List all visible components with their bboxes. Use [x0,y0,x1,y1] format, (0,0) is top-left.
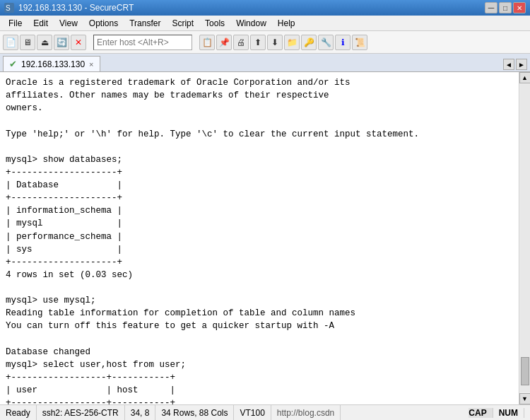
download-button[interactable]: ⬇ [267,35,283,50]
tab-nav-left[interactable]: ◄ [503,59,514,70]
close-button[interactable]: ✕ [513,2,526,13]
tab-bar: ✔ 192.168.133.130 × ◄ ► [0,54,530,72]
menu-item-script[interactable]: Script [166,17,199,30]
menu-bar: FileEditViewOptionsTransferScriptToolsWi… [0,16,530,31]
menu-item-transfer[interactable]: Transfer [124,17,166,30]
upload-button[interactable]: ⬆ [250,35,266,50]
host-input[interactable] [93,35,192,50]
status-size: 34 Rows, 88 Cols [155,405,234,420]
tab-navigation: ◄ ► [503,59,530,71]
connect-button[interactable]: 🖥 [20,35,35,50]
scroll-down-button[interactable]: ▼ [519,393,531,404]
status-ready: Ready [6,405,37,420]
menu-item-file[interactable]: File [3,17,28,30]
toolbar: 📄 🖥 ⏏ 🔄 ✕ 📋 📌 🖨 ⬆ ⬇ 📁 🔑 🔧 ℹ 📜 [0,31,530,54]
tab-nav-right[interactable]: ► [516,59,527,70]
menu-item-window[interactable]: Window [230,17,272,30]
tools-button[interactable]: 🔧 [318,35,334,50]
new-session-button[interactable]: 📄 [3,35,18,50]
title-icon: S [4,3,14,13]
menu-item-view[interactable]: View [54,17,83,30]
scroll-track[interactable] [520,84,530,392]
status-url: http://blog.csdn [271,405,341,420]
menu-item-edit[interactable]: Edit [28,17,54,30]
scroll-thumb[interactable] [521,357,529,385]
sftp-button[interactable]: 📁 [284,35,300,50]
info-button[interactable]: ℹ [335,35,351,50]
status-ssh: ssh2: AES-256-CTR [37,405,125,420]
menu-item-options[interactable]: Options [83,17,124,30]
paste-button[interactable]: 📌 [216,35,232,50]
status-right-group: CAP NUM [469,408,524,418]
reconnect-button[interactable]: 🔄 [54,35,69,50]
maximize-button[interactable]: □ [499,2,512,13]
script-button[interactable]: 📜 [352,35,367,50]
tab-check-icon: ✔ [9,59,17,69]
status-vt: VT100 [234,405,271,420]
tab-label: 192.168.133.130 [21,59,85,69]
copy-button[interactable]: 📋 [199,35,215,50]
scroll-up-button[interactable]: ▲ [519,72,531,83]
svg-text:S: S [6,4,11,12]
minimize-button[interactable]: ─ [485,2,497,13]
menu-item-tools[interactable]: Tools [199,17,230,30]
print-button[interactable]: 🖨 [233,35,249,50]
menu-item-help[interactable]: Help [272,17,301,30]
status-cap: CAP [469,408,493,418]
terminal-output[interactable]: Oracle is a registered trademark of Orac… [0,72,519,404]
status-position: 34, 8 [125,405,156,420]
status-bar: Ready ssh2: AES-256-CTR 34, 8 34 Rows, 8… [0,404,530,420]
session-tab[interactable]: ✔ 192.168.133.130 × [3,56,100,71]
scrollbar[interactable]: ▲ ▼ [519,72,530,404]
stop-button[interactable]: ✕ [71,35,86,50]
window-title: 192.168.133.130 - SecureCRT [18,3,483,13]
key-button[interactable]: 🔑 [301,35,317,50]
terminal-container: Oracle is a registered trademark of Orac… [0,72,530,404]
disconnect-button[interactable]: ⏏ [37,35,52,50]
title-bar: S 192.168.133.130 - SecureCRT ─ □ ✕ [0,0,530,16]
status-num: NUM [493,408,524,418]
tab-close-button[interactable]: × [89,60,93,69]
